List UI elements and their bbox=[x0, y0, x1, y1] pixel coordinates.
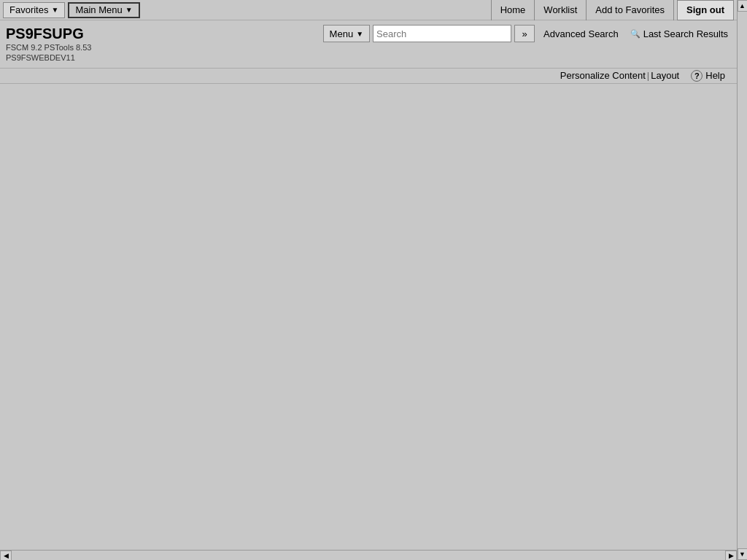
help-label: Help bbox=[705, 70, 725, 81]
app-subtitle-line1: FSCM 9.2 PSTools 8.53 bbox=[6, 42, 91, 52]
search-row: Menu ▼ » Advanced Search 🔍 Last Search R… bbox=[323, 25, 731, 42]
header-area: PS9FSUPG FSCM 9.2 PSTools 8.53 PS9FSWEBD… bbox=[0, 20, 737, 68]
page-wrapper: Favorites ▼ Main Menu ▼ Home Worklist Ad… bbox=[0, 0, 737, 560]
app-subtitle-line2: PS9FSWEBDEV11 bbox=[6, 52, 91, 63]
header-top-row: PS9FSUPG FSCM 9.2 PSTools 8.53 PS9FSWEBD… bbox=[0, 23, 737, 65]
worklist-link[interactable]: Worklist bbox=[535, 0, 587, 20]
personalize-row: Personalize Content | Layout ? Help bbox=[0, 69, 737, 83]
search-menu-button[interactable]: Menu ▼ bbox=[323, 25, 370, 42]
scroll-down-button[interactable]: ▼ bbox=[738, 548, 748, 560]
main-menu-button[interactable]: Main Menu ▼ bbox=[68, 2, 139, 18]
advanced-search-label: Advanced Search bbox=[543, 28, 619, 39]
home-label: Home bbox=[500, 4, 526, 15]
scroll-up-button[interactable]: ▲ bbox=[738, 0, 748, 12]
scroll-left-button[interactable]: ◀ bbox=[0, 551, 12, 561]
bottom-scrollbar: ◀ ▶ bbox=[0, 550, 737, 560]
help-icon: ? bbox=[691, 70, 703, 82]
personalize-content-label: Personalize Content bbox=[560, 70, 646, 81]
worklist-label: Worklist bbox=[543, 4, 577, 15]
favorites-arrow-icon: ▼ bbox=[51, 6, 58, 14]
last-search-icon: 🔍 bbox=[630, 29, 640, 39]
help-link[interactable]: ? Help bbox=[691, 70, 725, 82]
right-scrollbar: ▲ ▼ bbox=[737, 0, 747, 560]
personalize-layout-label: Layout bbox=[651, 70, 679, 81]
top-nav-bar: Favorites ▼ Main Menu ▼ Home Worklist Ad… bbox=[0, 0, 737, 20]
advanced-search-link[interactable]: Advanced Search bbox=[538, 28, 624, 39]
sign-out-button[interactable]: Sign out bbox=[677, 0, 734, 20]
favorites-label: Favorites bbox=[9, 4, 48, 15]
personalize-separator: | bbox=[647, 70, 649, 81]
personalize-content-link[interactable]: Personalize Content bbox=[560, 70, 646, 81]
search-input[interactable] bbox=[373, 25, 511, 42]
search-go-label: » bbox=[522, 28, 527, 39]
main-menu-arrow-icon: ▼ bbox=[125, 6, 133, 14]
add-to-favorites-label: Add to Favorites bbox=[595, 4, 665, 15]
top-nav-right: Home Worklist Add to Favorites Sign out bbox=[491, 0, 734, 20]
home-link[interactable]: Home bbox=[491, 0, 535, 20]
add-to-favorites-link[interactable]: Add to Favorites bbox=[587, 0, 674, 20]
main-content bbox=[0, 84, 737, 560]
sign-out-label: Sign out bbox=[686, 4, 724, 15]
last-search-label: Last Search Results bbox=[643, 28, 728, 39]
last-search-results-link[interactable]: 🔍 Last Search Results bbox=[627, 28, 731, 39]
personalize-layout-link[interactable]: Layout bbox=[651, 70, 679, 81]
app-name: PS9FSUPG bbox=[6, 25, 91, 42]
app-title: PS9FSUPG FSCM 9.2 PSTools 8.53 PS9FSWEBD… bbox=[6, 25, 91, 63]
scroll-right-button[interactable]: ▶ bbox=[725, 551, 737, 561]
search-menu-label: Menu bbox=[330, 28, 354, 39]
favorites-button[interactable]: Favorites ▼ bbox=[3, 2, 65, 18]
search-go-button[interactable]: » bbox=[514, 25, 535, 42]
main-menu-label: Main Menu bbox=[75, 4, 122, 15]
search-menu-arrow-icon: ▼ bbox=[356, 30, 363, 38]
